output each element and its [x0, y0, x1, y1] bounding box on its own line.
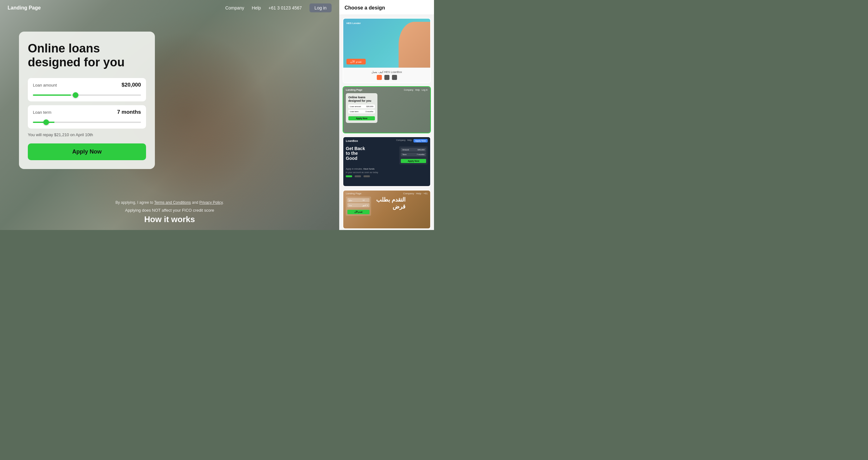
- card-3-apply-button[interactable]: Apply Now: [401, 159, 426, 163]
- card-3-icon-3: [364, 175, 370, 177]
- card-2-content: Online loans designed for you Loan amoun…: [346, 93, 377, 123]
- card-1-apply-button[interactable]: تقدم الآن: [346, 59, 366, 64]
- card-3-nav: Company Help Apply Now: [396, 139, 428, 142]
- card-4-title: التقدم بطلبقرض: [374, 197, 408, 216]
- card-4-nav: Company · Help · +61: [403, 192, 428, 195]
- card-2-loan-term: Loan term3 months: [348, 110, 375, 113]
- card-2-preview: Landing Page Company Help Log in Online …: [343, 87, 430, 133]
- card-3-header: LoanBox Company Help Apply Now: [343, 137, 430, 144]
- card-1-footer: كيف يعمل HES LoanBox: [343, 68, 430, 83]
- nav-phone: +61 3 0123 4567: [268, 5, 302, 10]
- loan-term-header: Loan term 7 months: [33, 109, 141, 115]
- hero-content-card: Online loans designed for you Loan amoun…: [19, 32, 155, 169]
- loan-term-field: Loan term 7 months: [28, 105, 146, 129]
- card-4-term-field: مدة٧ أشهر: [347, 203, 370, 207]
- card-3-sub: in your account as soon as today: [343, 171, 430, 175]
- design-panel-header: Choose a design: [340, 0, 434, 15]
- loan-term-label: Loan term: [33, 110, 52, 115]
- navbar-brand: Landing Page: [8, 5, 41, 11]
- repayment-text: You will repay $21,210 on April 10th: [28, 132, 146, 137]
- card-1-icons: [346, 75, 427, 80]
- terms-text: By applying, I agree to Terms and Condit…: [0, 200, 339, 205]
- loan-amount-label: Loan amount: [33, 83, 57, 88]
- navbar-links: Company Help +61 3 0123 4567 Log in: [225, 3, 332, 12]
- card-3-title: Get Backto theGood: [346, 146, 397, 165]
- loan-term-value: 7 months: [117, 109, 141, 115]
- card-3-preview: LoanBox Company Help Apply Now Get Backt…: [343, 137, 430, 186]
- card-3-tagline: Apply in minutes. Have funds: [343, 166, 430, 171]
- loan-amount-value: $20,000: [122, 82, 141, 88]
- loan-amount-slider[interactable]: [33, 95, 141, 96]
- card-2-brand: Landing Page: [346, 89, 362, 91]
- card-3-amount-field: Amount$40,000: [401, 148, 426, 152]
- card-3-term-field: Term7 months: [401, 153, 426, 156]
- card-4-form: مبلغ٢٥٬٠٠٠ مدة٧ أشهر تقدم الآن: [346, 197, 371, 216]
- loan-amount-field: Loan amount $20,000: [28, 78, 146, 101]
- card-4-amount-field: مبلغ٢٥٬٠٠٠: [347, 198, 370, 202]
- card-3-body: Get Backto theGood Amount$40,000 Term7 m…: [343, 144, 430, 166]
- hero-title: Online loans designed for you: [28, 42, 146, 69]
- card-1-person-figure: [399, 22, 430, 68]
- card-1-brand: HES Lender: [346, 22, 361, 25]
- landing-area: Landing Page Company Help +61 3 0123 456…: [0, 0, 339, 230]
- card-2-title: Online loans designed for you: [348, 96, 375, 103]
- loan-term-slider[interactable]: [33, 122, 141, 123]
- card-3-form: Amount$40,000 Term7 months Apply Now: [399, 146, 428, 165]
- design-panel: Choose a design HES Lender ر.س 70,000 خذ…: [339, 0, 434, 230]
- card-4-brand: Landing Page: [346, 192, 361, 195]
- nav-help[interactable]: Help: [252, 5, 261, 10]
- card-1-icon-2: [384, 75, 390, 80]
- privacy-link[interactable]: Privacy Policy: [199, 200, 223, 205]
- card-1-icon-1: [377, 75, 382, 80]
- card-1-icon-3: [392, 75, 397, 80]
- card-4-apply-button[interactable]: تقدم الآن: [347, 210, 370, 214]
- how-it-works: How it works: [0, 215, 339, 224]
- design-options: HES Lender ر.س 70,000 خذ اليومإجازة فقط …: [340, 15, 434, 230]
- design-card-hes[interactable]: HES Lender ر.س 70,000 خذ اليومإجازة فقط …: [343, 18, 431, 83]
- card-2-apply-button[interactable]: Apply Now: [348, 116, 375, 120]
- design-card-loanbox[interactable]: LoanBox Company Help Apply Now Get Backt…: [343, 136, 431, 187]
- card-1-preview: HES Lender ر.س 70,000 خذ اليومإجازة فقط …: [343, 19, 430, 68]
- terms-link[interactable]: Terms and Conditions: [154, 200, 191, 205]
- login-button[interactable]: Log in: [309, 3, 332, 12]
- card-3-apply-nav-button[interactable]: Apply Now: [413, 139, 428, 142]
- apply-now-button[interactable]: Apply Now: [28, 143, 146, 160]
- card-4-body: مبلغ٢٥٬٠٠٠ مدة٧ أشهر تقدم الآن التقدم بط…: [343, 197, 430, 216]
- card-2-nav: Company Help Log in: [404, 89, 428, 91]
- design-card-arabic-desert[interactable]: Landing Page Company · Help · +61 مبلغ٢٥…: [343, 190, 431, 229]
- card-4-header: Landing Page Company · Help · +61: [343, 191, 430, 197]
- card-4-preview: Landing Page Company · Help · +61 مبلغ٢٥…: [343, 191, 430, 228]
- card-3-icon-2: [355, 175, 361, 177]
- card-2-loan-amount: Loan amount$20,000: [348, 105, 375, 108]
- card-2-header: Landing Page Company Help Log in: [343, 87, 430, 93]
- loan-amount-header: Loan amount $20,000: [33, 82, 141, 88]
- fico-text: Applying does NOT affect your FICO credi…: [0, 208, 339, 212]
- navbar: Landing Page Company Help +61 3 0123 456…: [0, 0, 339, 16]
- card-3-icon-1: [346, 175, 352, 177]
- main-wrapper: Landing Page Company Help +61 3 0123 456…: [0, 0, 434, 230]
- card-3-icons-row: [343, 175, 430, 179]
- card-1-footer-text: كيف يعمل HES LoanBox: [346, 70, 427, 74]
- nav-company[interactable]: Company: [225, 5, 244, 10]
- card-3-brand: LoanBox: [346, 139, 358, 142]
- design-card-current[interactable]: Landing Page Company Help Log in Online …: [343, 86, 431, 133]
